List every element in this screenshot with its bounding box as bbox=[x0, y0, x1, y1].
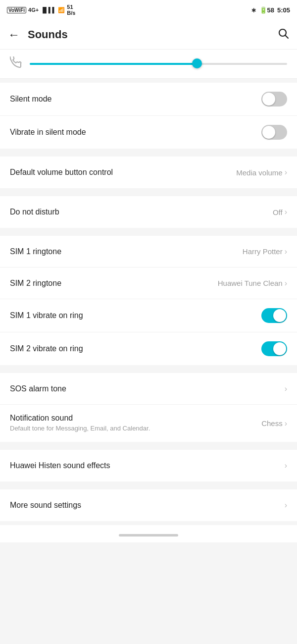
volume-row bbox=[0, 50, 297, 79]
sim1-vibrate-toggle[interactable] bbox=[261, 308, 287, 323]
silent-mode-toggle-knob bbox=[262, 93, 275, 106]
vibrate-silent-toggle[interactable] bbox=[261, 125, 287, 140]
wifi-icon: 📶 bbox=[58, 7, 65, 13]
settings-group-sim: SIM 1 ringtone Harry Potter › SIM 2 ring… bbox=[0, 236, 297, 365]
settings-group-volume-control: Default volume button control Media volu… bbox=[0, 157, 297, 188]
chevron-icon: › bbox=[285, 279, 287, 288]
do-not-disturb-item[interactable]: Do not disturb Off › bbox=[0, 196, 297, 228]
battery-icon: 🔋58 bbox=[259, 6, 274, 14]
svg-line-1 bbox=[286, 35, 289, 38]
sos-alarm-value: › bbox=[285, 384, 287, 393]
volume-button-control-value: Media volume › bbox=[236, 168, 287, 177]
page-title: Sounds bbox=[28, 28, 277, 41]
phone-volume-icon bbox=[10, 56, 22, 71]
notification-sound-label: Notification sound Default tone for Mess… bbox=[10, 414, 261, 433]
settings-group-more: More sound settings › bbox=[0, 489, 297, 521]
sim2-vibrate-toggle-knob bbox=[273, 342, 286, 355]
chevron-icon: › bbox=[285, 461, 287, 470]
sim1-vibrate-label: SIM 1 vibrate on ring bbox=[10, 311, 261, 320]
sim2-vibrate-label: SIM 2 vibrate on ring bbox=[10, 344, 261, 353]
histen-sound-value: › bbox=[285, 461, 287, 470]
volume-slider[interactable] bbox=[30, 62, 287, 65]
volume-button-control-label: Default volume button control bbox=[10, 168, 236, 177]
slider-track bbox=[30, 63, 287, 65]
more-sound-settings-value: › bbox=[285, 501, 287, 510]
chevron-icon: › bbox=[285, 247, 287, 256]
more-sound-settings-item[interactable]: More sound settings › bbox=[0, 489, 297, 521]
home-indicator bbox=[0, 525, 297, 542]
settings-group-notifications: SOS alarm tone › Notification sound Defa… bbox=[0, 373, 297, 442]
speed-label: 51B/s bbox=[67, 4, 75, 16]
histen-sound-item[interactable]: Huawei Histen sound effects › bbox=[0, 450, 297, 482]
silent-mode-toggle[interactable] bbox=[261, 92, 287, 107]
silent-mode-label: Silent mode bbox=[10, 95, 261, 104]
volume-button-control-item[interactable]: Default volume button control Media volu… bbox=[0, 157, 297, 188]
search-button[interactable] bbox=[277, 27, 289, 42]
do-not-disturb-value: Off › bbox=[273, 208, 287, 216]
sim2-ringtone-value: Huawei Tune Clean › bbox=[218, 279, 287, 288]
status-left: VoWiFi 4G+ ▐▌▌▌ 📶 51B/s bbox=[7, 4, 75, 16]
vowifi-label: VoWiFi bbox=[7, 7, 26, 13]
slider-thumb[interactable] bbox=[192, 58, 202, 68]
sim1-vibrate-item[interactable]: SIM 1 vibrate on ring bbox=[0, 299, 297, 332]
status-bar: VoWiFi 4G+ ▐▌▌▌ 📶 51B/s ∗ 🔋58 5:05 bbox=[0, 0, 297, 20]
header: ← Sounds bbox=[0, 20, 297, 50]
sim2-ringtone-item[interactable]: SIM 2 ringtone Huawei Tune Clean › bbox=[0, 268, 297, 299]
divider-6 bbox=[0, 485, 297, 489]
notification-sound-sublabel: Default tone for Messaging, Email, and C… bbox=[10, 424, 261, 433]
sim1-ringtone-item[interactable]: SIM 1 ringtone Harry Potter › bbox=[0, 236, 297, 268]
sim2-vibrate-toggle[interactable] bbox=[261, 341, 287, 356]
status-right: ∗ 🔋58 5:05 bbox=[251, 6, 291, 14]
divider-3 bbox=[0, 232, 297, 236]
vibrate-silent-toggle-knob bbox=[262, 126, 275, 139]
notification-sound-item[interactable]: Notification sound Default tone for Mess… bbox=[0, 405, 297, 442]
vibrate-silent-item[interactable]: Vibrate in silent mode bbox=[0, 116, 297, 149]
divider-2 bbox=[0, 192, 297, 196]
divider-5 bbox=[0, 446, 297, 450]
divider-1 bbox=[0, 153, 297, 157]
sos-alarm-label: SOS alarm tone bbox=[10, 384, 285, 393]
chevron-icon: › bbox=[285, 168, 287, 177]
notification-sound-value: Chess › bbox=[261, 419, 287, 428]
chevron-icon: › bbox=[285, 384, 287, 393]
signal-label: 4G+ bbox=[28, 7, 39, 13]
signal-bars: ▐▌▌▌ bbox=[41, 7, 56, 13]
sim1-ringtone-label: SIM 1 ringtone bbox=[10, 247, 243, 256]
sim2-vibrate-item[interactable]: SIM 2 vibrate on ring bbox=[0, 332, 297, 365]
sim1-vibrate-toggle-knob bbox=[273, 309, 286, 322]
divider-4 bbox=[0, 369, 297, 373]
chevron-icon: › bbox=[285, 419, 287, 428]
vibrate-silent-label: Vibrate in silent mode bbox=[10, 128, 261, 137]
settings-group-dnd: Do not disturb Off › bbox=[0, 196, 297, 228]
sim2-ringtone-label: SIM 2 ringtone bbox=[10, 279, 218, 288]
sim1-ringtone-value: Harry Potter › bbox=[243, 247, 287, 256]
back-button[interactable]: ← bbox=[8, 28, 20, 42]
notification-sound-title: Notification sound bbox=[10, 414, 261, 423]
settings-group-silent: Silent mode Vibrate in silent mode bbox=[0, 83, 297, 149]
bluetooth-icon: ∗ bbox=[251, 6, 256, 14]
chevron-icon: › bbox=[285, 501, 287, 510]
time-label: 5:05 bbox=[277, 6, 290, 14]
home-pill bbox=[119, 534, 178, 537]
settings-group-histen: Huawei Histen sound effects › bbox=[0, 450, 297, 482]
silent-mode-item[interactable]: Silent mode bbox=[0, 83, 297, 116]
chevron-icon: › bbox=[285, 208, 287, 216]
histen-sound-label: Huawei Histen sound effects bbox=[10, 461, 285, 470]
do-not-disturb-label: Do not disturb bbox=[10, 208, 273, 216]
sos-alarm-item[interactable]: SOS alarm tone › bbox=[0, 373, 297, 405]
more-sound-settings-label: More sound settings bbox=[10, 501, 285, 510]
slider-fill bbox=[30, 63, 197, 65]
